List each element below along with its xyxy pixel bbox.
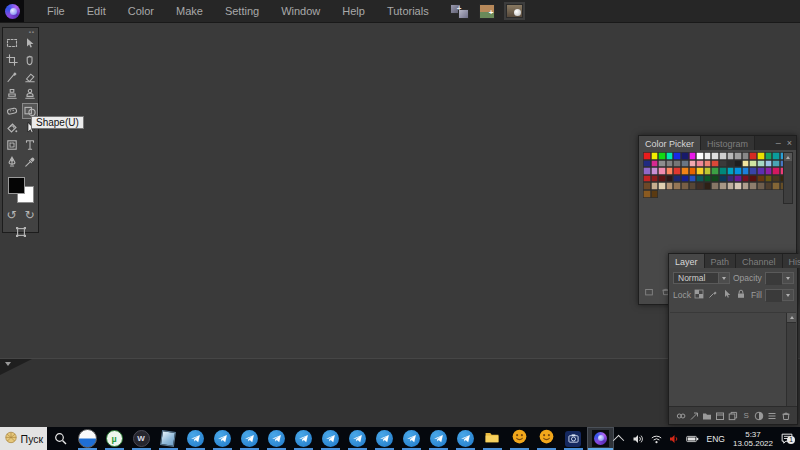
text-tool[interactable] (22, 137, 38, 153)
redo-button[interactable]: ↻ (25, 208, 35, 222)
telegram-app[interactable] (209, 427, 236, 450)
color-swatch[interactable] (734, 182, 742, 190)
color-swatch[interactable] (727, 152, 735, 160)
color-swatch[interactable] (734, 152, 742, 160)
lock-all-icon[interactable] (736, 289, 746, 301)
color-swatch[interactable] (658, 182, 666, 190)
color-swatch[interactable] (689, 167, 697, 175)
paint-bucket-tool[interactable] (4, 120, 20, 136)
clock[interactable]: 5:3713.05.2022 (733, 430, 773, 448)
export-icon[interactable] (688, 410, 699, 421)
transparency-lock-icon[interactable] (694, 289, 704, 301)
notes-app[interactable] (155, 427, 182, 450)
layers-scrollbar[interactable] (786, 313, 796, 406)
menu-item-file[interactable]: File (36, 1, 76, 21)
brush-tool[interactable] (4, 69, 20, 85)
chevron-down-icon[interactable] (782, 290, 793, 300)
color-swatch[interactable] (765, 152, 773, 160)
telegram-app[interactable] (317, 427, 344, 450)
color-swatch[interactable] (742, 167, 750, 175)
new-layer-icon[interactable] (714, 410, 725, 421)
color-swatch[interactable] (772, 152, 780, 160)
toolbox-grip[interactable]: ▪▪ (3, 28, 38, 35)
pen-tool[interactable] (4, 154, 20, 170)
color-swatch[interactable] (658, 152, 666, 160)
telegram-app[interactable] (290, 427, 317, 450)
layers-tab-history[interactable]: History (783, 254, 800, 268)
blend-mode-dropdown[interactable]: Normal (673, 272, 730, 284)
color-swatch[interactable] (696, 160, 704, 168)
telegram-app[interactable] (425, 427, 452, 450)
fill-dropdown[interactable] (765, 289, 794, 301)
color-swatch[interactable] (689, 152, 697, 160)
color-swatch[interactable] (772, 167, 780, 175)
color-swatch[interactable] (643, 160, 651, 168)
color-swatch[interactable] (765, 175, 773, 183)
color-swatch[interactable] (704, 175, 712, 183)
color-swatch[interactable] (719, 152, 727, 160)
color-swatch[interactable] (673, 175, 681, 183)
color-swatch[interactable] (765, 160, 773, 168)
paint-lock-icon[interactable] (708, 289, 718, 301)
menu-item-window[interactable]: Window (270, 1, 331, 21)
color-swatch[interactable] (719, 167, 727, 175)
color-swatch[interactable] (696, 175, 704, 183)
telegram-app[interactable] (182, 427, 209, 450)
duplicate-layer-icon[interactable] (728, 410, 739, 421)
stamp-tool[interactable] (4, 86, 20, 102)
color-swatch[interactable] (666, 152, 674, 160)
color-swatch[interactable] (719, 175, 727, 183)
layer-list-icon[interactable] (767, 410, 778, 421)
menu-item-color[interactable]: Color (117, 1, 165, 21)
color-swatch[interactable] (742, 160, 750, 168)
color-swatch[interactable] (643, 182, 651, 190)
color-swatch[interactable] (757, 182, 765, 190)
color-swatch[interactable] (658, 175, 666, 183)
color-swatch[interactable] (658, 160, 666, 168)
language-indicator[interactable]: ENG (704, 434, 728, 444)
collapse-arrow-icon[interactable] (5, 362, 11, 366)
color-swatch[interactable] (704, 152, 712, 160)
audio-device-icon[interactable] (668, 433, 681, 445)
color-swatch[interactable] (727, 160, 735, 168)
palette-scrollbar[interactable] (783, 152, 793, 204)
color-swatch[interactable] (681, 182, 689, 190)
color-swatch[interactable] (643, 190, 651, 198)
battery-icon[interactable] (686, 433, 699, 445)
color-swatch[interactable] (704, 160, 712, 168)
color-swatch[interactable] (742, 182, 750, 190)
color-swatch[interactable] (772, 175, 780, 183)
color-swatch[interactable] (643, 152, 651, 160)
color-swatch[interactable] (666, 182, 674, 190)
color-swatch[interactable] (719, 160, 727, 168)
color-swatch[interactable] (757, 175, 765, 183)
telegram-app[interactable] (236, 427, 263, 450)
color-swatch[interactable] (681, 160, 689, 168)
color-swatch[interactable] (681, 152, 689, 160)
emoji-app[interactable] (506, 427, 533, 450)
color-swatch[interactable] (757, 160, 765, 168)
color-swatch[interactable] (727, 175, 735, 183)
layers-list[interactable] (670, 312, 796, 406)
color-swatch[interactable] (696, 167, 704, 175)
color-swatch[interactable] (719, 182, 727, 190)
new-group-icon[interactable] (701, 410, 712, 421)
w-app[interactable]: W (128, 427, 155, 450)
hidden-icons-icon[interactable] (614, 435, 627, 443)
undo-button[interactable]: ↺ (6, 208, 16, 222)
color-swatch[interactable] (666, 175, 674, 183)
camera-app[interactable] (560, 427, 587, 450)
color-swatch[interactable] (704, 182, 712, 190)
browser-app[interactable] (74, 427, 101, 450)
menu-item-setting[interactable]: Setting (214, 1, 270, 21)
frame-tool[interactable] (4, 137, 20, 153)
position-lock-icon[interactable] (722, 289, 732, 301)
color-swatch[interactable] (711, 160, 719, 168)
color-swatch[interactable] (673, 182, 681, 190)
new-swatch-icon[interactable] (644, 283, 654, 301)
telegram-app[interactable] (371, 427, 398, 450)
color-swatch[interactable] (711, 182, 719, 190)
color-swatch[interactable] (651, 175, 659, 183)
color-swatch[interactable] (757, 167, 765, 175)
hand-tool[interactable] (22, 52, 38, 68)
